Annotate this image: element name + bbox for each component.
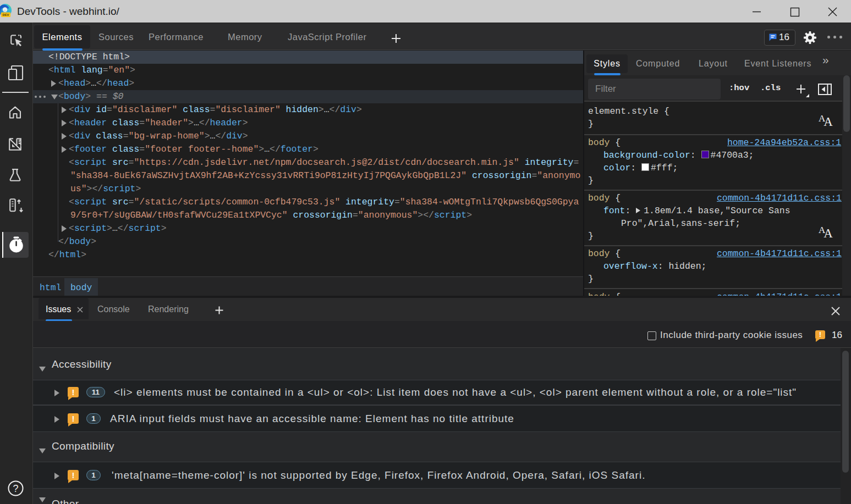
- svg-text:DEV: DEV: [3, 13, 9, 16]
- svg-text:?: ?: [13, 483, 18, 494]
